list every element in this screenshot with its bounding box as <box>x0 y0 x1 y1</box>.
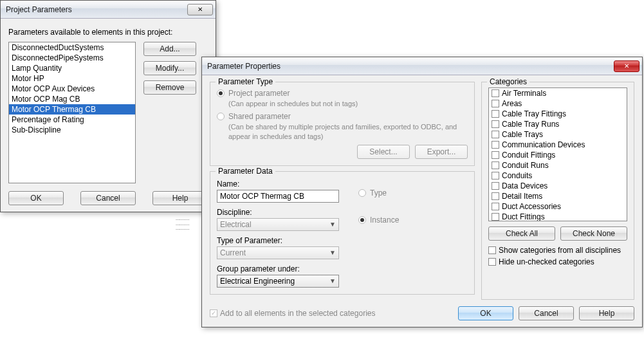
select-button: Select... <box>357 145 410 159</box>
cancel-button[interactable]: Cancel <box>519 306 574 320</box>
project-parameters-dialog: Project Parameters ✕ Parameters availabl… <box>0 0 216 212</box>
checkbox-icon[interactable] <box>492 172 499 180</box>
category-item[interactable]: Data Devices <box>489 181 627 191</box>
titlebar[interactable]: Project Parameters ✕ <box>1 1 216 19</box>
parameter-data-group: Parameter Data Name: Discipline: Electri… <box>210 171 475 295</box>
chevron-down-icon: ▼ <box>329 249 336 256</box>
checkbox-icon[interactable] <box>488 246 496 254</box>
checkbox-icon[interactable] <box>492 192 499 200</box>
category-label: Conduit Runs <box>502 161 549 170</box>
categories-listbox[interactable]: Air TerminalsAreasCable Tray FittingsCab… <box>488 87 627 221</box>
category-item[interactable]: Conduit Fittings <box>489 150 627 160</box>
discipline-label: Discipline: <box>217 208 339 217</box>
radio-label: Project parameter <box>228 89 290 98</box>
category-item[interactable]: Cable Tray Fittings <box>489 109 627 119</box>
ok-button[interactable]: OK <box>458 306 513 320</box>
category-item[interactable]: Detail Items <box>489 191 627 201</box>
categories-group: Categories Air TerminalsAreasCable Tray … <box>481 82 634 300</box>
parameters-listbox[interactable]: DisconnectedDuctSystemsDisconnectedPipeS… <box>8 42 136 183</box>
group-under-combo[interactable]: Electrical Engineering▼ <box>217 275 339 288</box>
instance-radio: Instance <box>358 216 399 225</box>
category-item[interactable]: Duct Accessories <box>489 201 627 212</box>
category-label: Conduits <box>502 171 532 180</box>
show-all-disciplines-checkbox-label: Show categories from all disciplines <box>499 246 621 255</box>
category-label: Air Terminals <box>502 89 546 98</box>
help-button[interactable]: Help <box>152 191 208 205</box>
check-all-button[interactable]: Check All <box>488 226 555 241</box>
name-label: Name: <box>217 180 339 189</box>
radio-label: Type <box>370 189 387 198</box>
list-item[interactable]: Motor OCP Mag CB <box>9 94 135 104</box>
list-item[interactable]: Sub-Discipline <box>9 125 135 135</box>
list-item[interactable]: DisconnectedPipeSystems <box>9 53 135 63</box>
name-input[interactable] <box>217 190 339 203</box>
category-item[interactable]: Conduit Runs <box>489 160 627 170</box>
list-item[interactable]: Motor HP <box>9 73 135 84</box>
checkbox-icon[interactable] <box>492 89 499 97</box>
checkbox-icon[interactable] <box>492 100 499 107</box>
discipline-combo: Electrical▼ <box>217 218 339 231</box>
category-item[interactable]: Cable Trays <box>489 129 627 140</box>
checkbox-icon[interactable] <box>492 203 499 210</box>
category-label: Conduit Fittings <box>502 151 555 160</box>
type-radio: Type <box>358 189 399 198</box>
shared-parameter-radio: Shared parameter <box>217 112 468 121</box>
remove-button[interactable]: Remove <box>143 80 196 95</box>
category-label: Detail Items <box>502 192 542 201</box>
hide-unchecked-checkbox-label: Hide un-checked categories <box>499 257 594 266</box>
list-item[interactable]: Percentage of Rating <box>9 115 135 125</box>
close-icon[interactable]: ✕ <box>614 60 639 72</box>
category-item[interactable]: Areas <box>489 98 627 109</box>
checkbox-icon[interactable] <box>492 131 499 138</box>
chevron-down-icon: ▼ <box>329 221 336 228</box>
close-icon[interactable]: ✕ <box>187 4 213 15</box>
check-none-button[interactable]: Check None <box>560 226 627 241</box>
category-item[interactable]: Cable Tray Runs <box>489 119 627 129</box>
list-item[interactable]: Lamp Quantity <box>9 63 135 73</box>
list-item[interactable]: Motor OCP Thermag CB <box>9 104 135 115</box>
type-of-parameter-combo: Current▼ <box>217 246 339 259</box>
radio-icon <box>217 113 225 120</box>
group-title: Categories <box>487 77 529 86</box>
checkbox-icon[interactable] <box>492 141 499 149</box>
category-item[interactable]: Air Terminals <box>489 88 627 98</box>
radio-icon <box>358 216 366 224</box>
group-under-label: Group parameter under: <box>217 264 339 273</box>
list-item[interactable]: Motor OCP Aux Devices <box>9 84 135 94</box>
category-label: Duct Fittings <box>502 212 545 221</box>
checkbox-icon[interactable] <box>492 151 499 159</box>
export-button: Export... <box>415 145 468 159</box>
help-button[interactable]: Help <box>579 306 634 320</box>
category-label: Communication Devices <box>502 140 585 149</box>
checkbox-icon[interactable] <box>492 182 499 190</box>
radio-icon <box>217 89 225 97</box>
modify-button[interactable]: Modify... <box>143 61 196 75</box>
category-label: Duct Accessories <box>502 202 561 211</box>
list-item[interactable]: DisconnectedDuctSystems <box>9 42 135 53</box>
radio-icon <box>358 189 366 197</box>
add-to-all-checkbox-label: Add to all elements in the selected cate… <box>220 309 375 318</box>
checkbox-icon[interactable] <box>492 120 499 128</box>
available-params-label: Parameters available to elements in this… <box>8 28 208 37</box>
category-item[interactable]: Duct Fittings <box>489 212 627 221</box>
add-button[interactable]: Add... <box>143 42 196 56</box>
ok-button[interactable]: OK <box>8 191 64 205</box>
group-title: Parameter Type <box>216 77 275 86</box>
checkbox-icon[interactable] <box>492 161 499 169</box>
category-label: Cable Tray Fittings <box>502 109 566 118</box>
checkbox-icon[interactable] <box>492 110 499 118</box>
category-item[interactable]: Conduits <box>489 170 627 181</box>
background-text: ································· <box>176 217 189 232</box>
chevron-down-icon: ▼ <box>329 277 336 284</box>
titlebar[interactable]: Parameter Properties ✕ <box>202 57 642 75</box>
checkbox-icon[interactable] <box>488 258 496 266</box>
category-item[interactable]: Communication Devices <box>489 140 627 150</box>
shared-parameter-hint: (Can be shared by multiple projects and … <box>228 122 468 141</box>
cancel-button[interactable]: Cancel <box>80 191 136 205</box>
checkbox-icon[interactable] <box>492 213 499 221</box>
project-parameter-hint: (Can appear in schedules but not in tags… <box>228 99 468 108</box>
category-label: Cable Tray Runs <box>502 120 559 129</box>
group-title: Parameter Data <box>216 167 275 176</box>
category-label: Areas <box>502 99 522 108</box>
dialog-title: Parameter Properties <box>207 62 611 71</box>
